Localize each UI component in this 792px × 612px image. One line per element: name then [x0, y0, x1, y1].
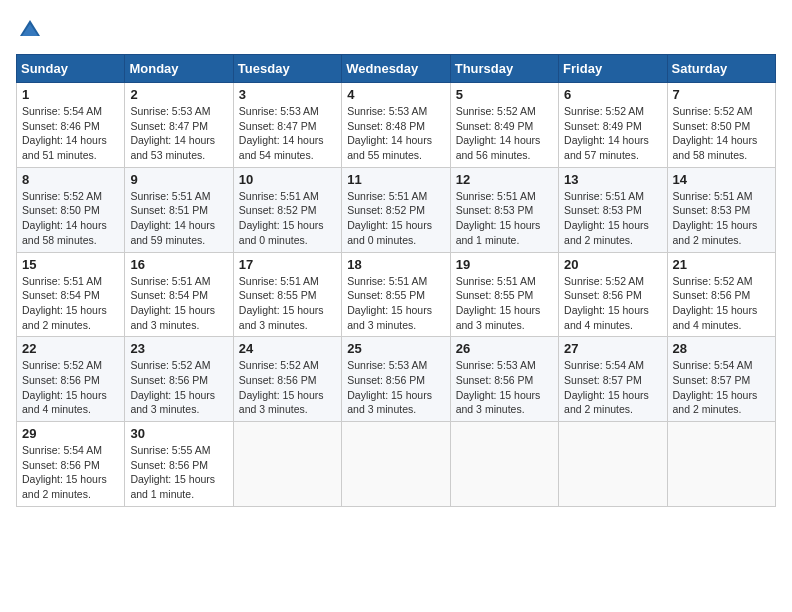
calendar-cell	[667, 422, 775, 507]
calendar-cell: 18 Sunrise: 5:51 AM Sunset: 8:55 PM Dayl…	[342, 252, 450, 337]
day-info: Sunrise: 5:55 AM Sunset: 8:56 PM Dayligh…	[130, 443, 227, 502]
day-number: 19	[456, 257, 553, 272]
sunrise-label: Sunrise: 5:51 AM	[347, 190, 427, 202]
calendar-table: SundayMondayTuesdayWednesdayThursdayFrid…	[16, 54, 776, 507]
sunrise-label: Sunrise: 5:53 AM	[347, 105, 427, 117]
week-row-4: 22 Sunrise: 5:52 AM Sunset: 8:56 PM Dayl…	[17, 337, 776, 422]
daylight-label: Daylight: 15 hours and 1 minute.	[130, 473, 215, 500]
calendar-cell: 25 Sunrise: 5:53 AM Sunset: 8:56 PM Dayl…	[342, 337, 450, 422]
calendar-cell: 11 Sunrise: 5:51 AM Sunset: 8:52 PM Dayl…	[342, 167, 450, 252]
day-number: 29	[22, 426, 119, 441]
logo	[16, 16, 48, 44]
sunset-label: Sunset: 8:48 PM	[347, 120, 425, 132]
daylight-label: Daylight: 14 hours and 58 minutes.	[673, 134, 758, 161]
sunset-label: Sunset: 8:56 PM	[564, 289, 642, 301]
daylight-label: Daylight: 14 hours and 51 minutes.	[22, 134, 107, 161]
sunset-label: Sunset: 8:50 PM	[673, 120, 751, 132]
sunset-label: Sunset: 8:57 PM	[673, 374, 751, 386]
sunrise-label: Sunrise: 5:53 AM	[456, 359, 536, 371]
daylight-label: Daylight: 14 hours and 54 minutes.	[239, 134, 324, 161]
sunrise-label: Sunrise: 5:53 AM	[130, 105, 210, 117]
daylight-label: Daylight: 15 hours and 4 minutes.	[564, 304, 649, 331]
day-number: 1	[22, 87, 119, 102]
sunrise-label: Sunrise: 5:54 AM	[564, 359, 644, 371]
calendar-cell: 6 Sunrise: 5:52 AM Sunset: 8:49 PM Dayli…	[559, 83, 667, 168]
sunrise-label: Sunrise: 5:53 AM	[239, 105, 319, 117]
calendar-cell: 7 Sunrise: 5:52 AM Sunset: 8:50 PM Dayli…	[667, 83, 775, 168]
header	[16, 16, 776, 44]
day-info: Sunrise: 5:52 AM Sunset: 8:56 PM Dayligh…	[564, 274, 661, 333]
day-info: Sunrise: 5:51 AM Sunset: 8:52 PM Dayligh…	[347, 189, 444, 248]
sunset-label: Sunset: 8:56 PM	[130, 459, 208, 471]
day-number: 5	[456, 87, 553, 102]
sunset-label: Sunset: 8:55 PM	[239, 289, 317, 301]
day-number: 4	[347, 87, 444, 102]
calendar-cell: 27 Sunrise: 5:54 AM Sunset: 8:57 PM Dayl…	[559, 337, 667, 422]
calendar-cell: 16 Sunrise: 5:51 AM Sunset: 8:54 PM Dayl…	[125, 252, 233, 337]
sunrise-label: Sunrise: 5:55 AM	[130, 444, 210, 456]
sunset-label: Sunset: 8:50 PM	[22, 204, 100, 216]
day-number: 11	[347, 172, 444, 187]
day-number: 7	[673, 87, 770, 102]
sunrise-label: Sunrise: 5:52 AM	[456, 105, 536, 117]
col-header-saturday: Saturday	[667, 55, 775, 83]
sunset-label: Sunset: 8:52 PM	[347, 204, 425, 216]
daylight-label: Daylight: 14 hours and 53 minutes.	[130, 134, 215, 161]
day-number: 14	[673, 172, 770, 187]
daylight-label: Daylight: 15 hours and 3 minutes.	[456, 389, 541, 416]
day-number: 25	[347, 341, 444, 356]
sunrise-label: Sunrise: 5:52 AM	[22, 190, 102, 202]
day-number: 17	[239, 257, 336, 272]
daylight-label: Daylight: 15 hours and 0 minutes.	[239, 219, 324, 246]
daylight-label: Daylight: 15 hours and 3 minutes.	[239, 304, 324, 331]
sunset-label: Sunset: 8:55 PM	[456, 289, 534, 301]
day-number: 2	[130, 87, 227, 102]
sunrise-label: Sunrise: 5:51 AM	[239, 275, 319, 287]
calendar-cell: 15 Sunrise: 5:51 AM Sunset: 8:54 PM Dayl…	[17, 252, 125, 337]
sunset-label: Sunset: 8:53 PM	[564, 204, 642, 216]
col-header-friday: Friday	[559, 55, 667, 83]
calendar-cell: 19 Sunrise: 5:51 AM Sunset: 8:55 PM Dayl…	[450, 252, 558, 337]
day-info: Sunrise: 5:52 AM Sunset: 8:56 PM Dayligh…	[239, 358, 336, 417]
sunrise-label: Sunrise: 5:51 AM	[673, 190, 753, 202]
day-info: Sunrise: 5:52 AM Sunset: 8:50 PM Dayligh…	[673, 104, 770, 163]
day-info: Sunrise: 5:51 AM Sunset: 8:52 PM Dayligh…	[239, 189, 336, 248]
calendar-cell: 17 Sunrise: 5:51 AM Sunset: 8:55 PM Dayl…	[233, 252, 341, 337]
col-header-wednesday: Wednesday	[342, 55, 450, 83]
day-number: 15	[22, 257, 119, 272]
day-number: 6	[564, 87, 661, 102]
day-number: 16	[130, 257, 227, 272]
sunrise-label: Sunrise: 5:52 AM	[239, 359, 319, 371]
calendar-cell: 26 Sunrise: 5:53 AM Sunset: 8:56 PM Dayl…	[450, 337, 558, 422]
week-row-1: 1 Sunrise: 5:54 AM Sunset: 8:46 PM Dayli…	[17, 83, 776, 168]
week-row-2: 8 Sunrise: 5:52 AM Sunset: 8:50 PM Dayli…	[17, 167, 776, 252]
sunset-label: Sunset: 8:47 PM	[239, 120, 317, 132]
daylight-label: Daylight: 14 hours and 57 minutes.	[564, 134, 649, 161]
sunrise-label: Sunrise: 5:51 AM	[564, 190, 644, 202]
calendar-cell	[233, 422, 341, 507]
daylight-label: Daylight: 15 hours and 3 minutes.	[347, 389, 432, 416]
day-info: Sunrise: 5:53 AM Sunset: 8:56 PM Dayligh…	[456, 358, 553, 417]
sunset-label: Sunset: 8:49 PM	[456, 120, 534, 132]
day-info: Sunrise: 5:51 AM Sunset: 8:55 PM Dayligh…	[456, 274, 553, 333]
day-info: Sunrise: 5:53 AM Sunset: 8:47 PM Dayligh…	[239, 104, 336, 163]
sunrise-label: Sunrise: 5:51 AM	[130, 190, 210, 202]
daylight-label: Daylight: 15 hours and 0 minutes.	[347, 219, 432, 246]
daylight-label: Daylight: 15 hours and 3 minutes.	[456, 304, 541, 331]
daylight-label: Daylight: 15 hours and 2 minutes.	[22, 473, 107, 500]
day-info: Sunrise: 5:53 AM Sunset: 8:47 PM Dayligh…	[130, 104, 227, 163]
day-info: Sunrise: 5:54 AM Sunset: 8:57 PM Dayligh…	[564, 358, 661, 417]
daylight-label: Daylight: 14 hours and 55 minutes.	[347, 134, 432, 161]
sunset-label: Sunset: 8:57 PM	[564, 374, 642, 386]
calendar-cell: 28 Sunrise: 5:54 AM Sunset: 8:57 PM Dayl…	[667, 337, 775, 422]
day-number: 13	[564, 172, 661, 187]
day-number: 24	[239, 341, 336, 356]
calendar-cell: 5 Sunrise: 5:52 AM Sunset: 8:49 PM Dayli…	[450, 83, 558, 168]
day-info: Sunrise: 5:51 AM Sunset: 8:55 PM Dayligh…	[347, 274, 444, 333]
calendar-cell: 24 Sunrise: 5:52 AM Sunset: 8:56 PM Dayl…	[233, 337, 341, 422]
calendar-cell: 2 Sunrise: 5:53 AM Sunset: 8:47 PM Dayli…	[125, 83, 233, 168]
sunrise-label: Sunrise: 5:52 AM	[130, 359, 210, 371]
calendar-cell: 22 Sunrise: 5:52 AM Sunset: 8:56 PM Dayl…	[17, 337, 125, 422]
sunrise-label: Sunrise: 5:52 AM	[564, 105, 644, 117]
logo-icon	[16, 16, 44, 44]
